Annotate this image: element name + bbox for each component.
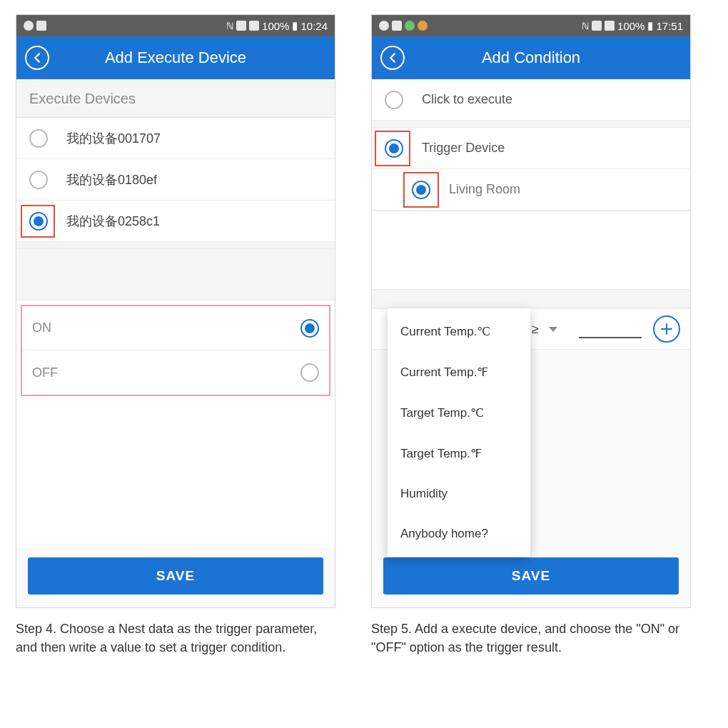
click-execute-row[interactable]: Click to execute [372, 79, 690, 121]
click-execute-label: Click to execute [422, 92, 512, 107]
battery-text: 100% [617, 20, 644, 32]
off-label: OFF [32, 365, 58, 380]
dropdown-item[interactable]: Target Temp.℉ [388, 433, 530, 474]
back-button[interactable] [25, 46, 49, 70]
save-button[interactable]: SAVE [28, 557, 323, 595]
caption-left: Step 4. Choose a Nest data as the trigge… [16, 620, 335, 657]
save-button[interactable]: SAVE [383, 557, 679, 595]
divider [372, 121, 690, 128]
parameter-dropdown: Current Temp.℃ Current Temp.℉ Target Tem… [388, 308, 530, 557]
sim-icon [592, 21, 602, 31]
add-button[interactable] [653, 315, 680, 343]
radio-unchecked[interactable] [29, 171, 48, 189]
device-label: 我的设备001707 [66, 130, 161, 147]
compare-symbol[interactable]: ≥ [532, 322, 539, 337]
save-area: SAVE [16, 547, 335, 607]
sub-device-row[interactable]: Living Room [372, 169, 690, 211]
battery-icon: ▮ [292, 19, 298, 32]
chevron-down-icon[interactable] [549, 327, 557, 332]
back-button[interactable] [380, 46, 405, 70]
nfc-icon: ℕ [582, 21, 589, 31]
sim-icon [236, 21, 246, 31]
chevron-left-icon [388, 53, 398, 63]
radio-unchecked[interactable] [385, 91, 403, 109]
spacer [372, 211, 690, 290]
radio-unchecked[interactable] [29, 129, 48, 148]
caption-right: Step 5. Add a execute device, and choose… [371, 620, 691, 657]
clock-text: 17:51 [656, 20, 683, 32]
trigger-device-row[interactable]: Trigger Device [372, 128, 690, 169]
clock-text: 10:24 [300, 20, 328, 32]
phone-right: ℕ 100% ▮ 17:51 Add Condition Click to ex… [371, 14, 691, 608]
on-row[interactable]: ON [22, 306, 329, 350]
trigger-device-label: Trigger Device [422, 141, 505, 156]
status-icon [36, 21, 46, 31]
divider [372, 290, 690, 308]
section-header: Execute Devices [16, 79, 335, 118]
spacer [16, 249, 335, 300]
divider [16, 242, 335, 249]
chevron-left-icon [32, 53, 42, 63]
device-label: 我的设备0258c1 [66, 213, 160, 230]
radio-checked[interactable] [385, 139, 403, 158]
dropdown-item[interactable]: Humidity [388, 474, 530, 514]
title-bar: Add Execute Device [16, 36, 335, 79]
status-icon [379, 21, 389, 31]
value-input[interactable] [579, 320, 642, 338]
dropdown-item[interactable]: Target Temp.℃ [388, 393, 530, 433]
battery-text: 100% [262, 20, 289, 32]
page-title: Add Execute Device [16, 49, 335, 67]
on-label: ON [32, 320, 51, 335]
spacer [16, 400, 335, 547]
status-icon [392, 21, 402, 31]
status-bar: ℕ 100% ▮ 10:24 [16, 15, 335, 36]
device-row[interactable]: 我的设备0180ef [16, 159, 335, 201]
dropdown-item[interactable]: Current Temp.℃ [388, 311, 530, 352]
phone-left: ℕ 100% ▮ 10:24 Add Execute Device Execut… [16, 14, 335, 608]
overlay-zone: ≥ Current Temp.℃ Current Temp.℉ Target T… [372, 308, 690, 607]
radio-checked[interactable] [300, 319, 319, 338]
status-icon [405, 21, 415, 31]
onoff-group: ON OFF [16, 300, 335, 400]
radio-unchecked[interactable] [300, 363, 319, 382]
dropdown-item[interactable]: Current Temp.℉ [388, 352, 530, 393]
dropdown-item[interactable]: Anybody home? [388, 514, 530, 554]
radio-checked[interactable] [29, 212, 48, 231]
sub-device-label: Living Room [449, 182, 520, 197]
device-label: 我的设备0180ef [66, 171, 157, 188]
status-icon [418, 21, 428, 31]
device-row[interactable]: 我的设备0258c1 [16, 201, 335, 242]
plus-icon [659, 322, 674, 336]
sim-icon [605, 21, 615, 31]
device-row[interactable]: 我的设备001707 [16, 118, 335, 159]
status-icon [24, 21, 34, 31]
off-row[interactable]: OFF [22, 350, 329, 395]
nfc-icon: ℕ [226, 21, 233, 31]
radio-checked[interactable] [412, 181, 430, 199]
battery-icon: ▮ [647, 19, 653, 32]
title-bar: Add Condition [372, 36, 690, 79]
sim-icon [249, 21, 259, 31]
page-title: Add Condition [372, 49, 690, 67]
status-bar: ℕ 100% ▮ 17:51 [372, 15, 690, 36]
